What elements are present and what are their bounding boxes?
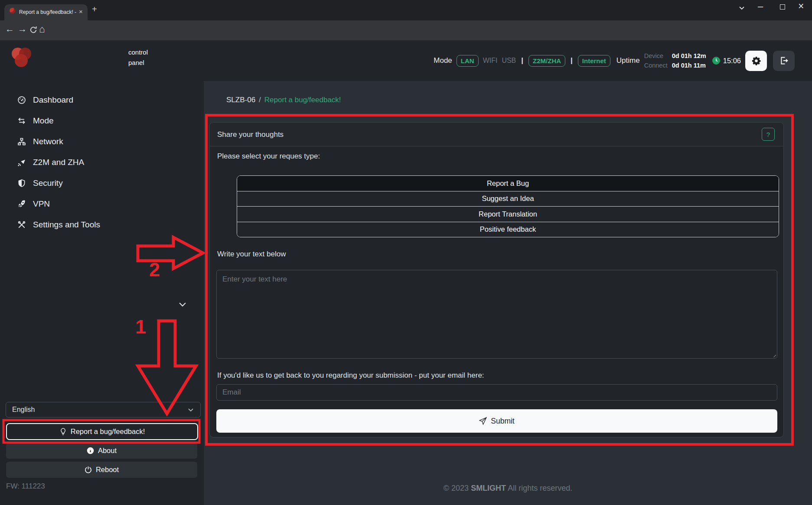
reboot-label: Reboot xyxy=(96,466,119,474)
card-title: Share your thoughts xyxy=(217,130,284,139)
sidebar: Dashboard Mode Network Z2M and ZHA Secur… xyxy=(0,81,204,505)
footer-prefix: © 2023 xyxy=(444,484,469,492)
sidebar-item-label: Dashboard xyxy=(33,95,73,105)
tools-icon xyxy=(17,220,26,229)
sidebar-item-z2m-zha[interactable]: Z2M and ZHA xyxy=(0,152,204,173)
sidebar-item-label: VPN xyxy=(33,199,50,209)
shield-icon xyxy=(17,179,26,188)
slzb-logo xyxy=(10,46,34,71)
close-window-button[interactable]: × xyxy=(798,0,804,12)
breadcrumb-current: Report a bug/feedback! xyxy=(264,96,341,104)
reload-button[interactable] xyxy=(29,26,37,34)
connect-value: 0d 01h 11m xyxy=(672,62,706,69)
slzb-favicon-icon xyxy=(10,8,15,13)
sidebar-item-dashboard[interactable]: Dashboard xyxy=(0,90,204,110)
sidebar-item-label: Settings and Tools xyxy=(33,220,100,230)
app-header: SLZB-06 control panel Mode LAN WIFI USB … xyxy=(0,40,812,81)
submit-button[interactable]: Submit xyxy=(216,409,777,433)
tab-close-icon[interactable]: × xyxy=(79,8,83,15)
breadcrumb-separator: / xyxy=(259,96,261,104)
internet-badge: Internet xyxy=(578,55,610,67)
z2m-badge: Z2M/ZHA xyxy=(528,55,565,67)
browser-toolbar: ← → ⌂ Not secure | slzb-06.local/feedbac… xyxy=(0,20,812,40)
sidebar-item-label: Security xyxy=(33,178,63,188)
window-chevron-icon[interactable] xyxy=(738,5,746,11)
type-suggest-idea-button[interactable]: Suggest an Idea xyxy=(237,191,779,207)
home-button[interactable]: ⌂ xyxy=(39,23,45,35)
footer-brand: SMLIGHT xyxy=(471,484,506,492)
submit-label: Submit xyxy=(491,417,514,426)
power-icon xyxy=(85,466,92,473)
gauge-icon xyxy=(17,96,26,104)
sidebar-item-label: Network xyxy=(33,137,63,146)
type-positive-feedback-button[interactable]: Positive feedback xyxy=(237,222,779,237)
chevron-down-icon[interactable] xyxy=(178,300,187,309)
select-chevron-icon xyxy=(187,406,194,413)
sidebar-item-mode[interactable]: Mode xyxy=(0,110,204,131)
header-status: Mode LAN WIFI USB | Z2M/ZHA | Internet U… xyxy=(414,40,804,81)
card-header: Share your thoughts ? xyxy=(210,123,783,146)
zigbee-broadcast-icon xyxy=(17,158,26,167)
rocket-icon xyxy=(17,200,26,208)
feedback-card: Share your thoughts ? Please select your… xyxy=(209,122,784,437)
help-button[interactable]: ? xyxy=(762,128,775,141)
separator: | xyxy=(571,56,573,65)
logout-button[interactable] xyxy=(773,51,795,71)
type-report-translation-button[interactable]: Report Translation xyxy=(237,206,779,222)
device-value: 0d 01h 12m xyxy=(672,52,706,59)
maximize-button[interactable] xyxy=(780,4,785,10)
breadcrumb-root[interactable]: SLZB-06 xyxy=(226,96,255,104)
sidebar-item-settings-tools[interactable]: Settings and Tools xyxy=(0,214,204,235)
info-icon xyxy=(87,447,94,454)
sidebar-item-security[interactable]: Security xyxy=(0,173,204,194)
write-text-label: Write your text below xyxy=(217,250,286,259)
lightbulb-icon xyxy=(59,428,67,435)
time-label: 15:06 xyxy=(723,57,741,65)
report-bug-label: Report a bug/feedback! xyxy=(71,427,145,436)
settings-gear-button[interactable] xyxy=(745,51,767,71)
wifi-label: WIFI xyxy=(483,57,498,65)
clock-icon xyxy=(712,57,720,65)
sidebar-item-label: Z2M and ZHA xyxy=(33,158,84,167)
footer-copyright: © 2023 SMLIGHT All rights reserved. xyxy=(204,484,812,493)
uptime-label: Uptime xyxy=(616,56,640,65)
separator: | xyxy=(521,56,523,65)
network-icon xyxy=(17,137,26,146)
email-input[interactable] xyxy=(216,384,777,401)
feedback-textarea[interactable] xyxy=(216,270,777,359)
usb-label: USB xyxy=(502,57,516,65)
minimize-button[interactable]: – xyxy=(758,1,763,12)
gear-icon xyxy=(751,56,761,66)
logout-icon xyxy=(779,56,788,65)
sidebar-item-vpn[interactable]: VPN xyxy=(0,194,204,214)
about-button[interactable]: About xyxy=(6,443,197,459)
language-select[interactable]: English xyxy=(6,402,201,418)
request-type-group: Report a Bug Suggest an Idea Report Tran… xyxy=(237,175,779,237)
firmware-version: FW: 111223 xyxy=(6,482,45,491)
brand-subtitle-2: panel xyxy=(128,59,144,66)
browser-tab[interactable]: Report a bug/feedback! - SLZB-0 × xyxy=(4,4,88,20)
reboot-button[interactable]: Reboot xyxy=(6,462,197,478)
browser-tab-bar: Report a bug/feedback! - SLZB-0 × + – × xyxy=(0,0,812,20)
swap-arrows-icon xyxy=(17,117,26,125)
request-type-label: Please select your reques type: xyxy=(217,152,320,161)
mode-label: Mode xyxy=(434,56,452,65)
forward-button[interactable]: → xyxy=(18,24,27,34)
tab-title: Report a bug/feedback! - SLZB-0 xyxy=(19,9,78,15)
new-tab-button[interactable]: + xyxy=(92,4,97,14)
type-report-bug-button[interactable]: Report a Bug xyxy=(237,176,779,191)
breadcrumb: SLZB-06/Report a bug/feedback! xyxy=(226,96,341,104)
report-bug-button[interactable]: Report a bug/feedback! xyxy=(6,423,198,440)
device-label: Device xyxy=(644,51,672,61)
language-value: English xyxy=(12,406,35,414)
uptime-values: Device0d 01h 12m Connect0d 01h 11m xyxy=(644,51,706,70)
send-icon xyxy=(479,417,487,425)
back-button[interactable]: ← xyxy=(5,24,14,34)
main-area: SLZB-06/Report a bug/feedback! Share you… xyxy=(204,81,812,505)
brand-subtitle-1: control xyxy=(128,49,148,56)
email-label: If you'd like us to get back to you rega… xyxy=(217,371,484,380)
lan-badge: LAN xyxy=(457,55,479,67)
about-label: About xyxy=(98,447,117,455)
sidebar-item-network[interactable]: Network xyxy=(0,131,204,152)
connect-label: Connect xyxy=(644,61,672,70)
